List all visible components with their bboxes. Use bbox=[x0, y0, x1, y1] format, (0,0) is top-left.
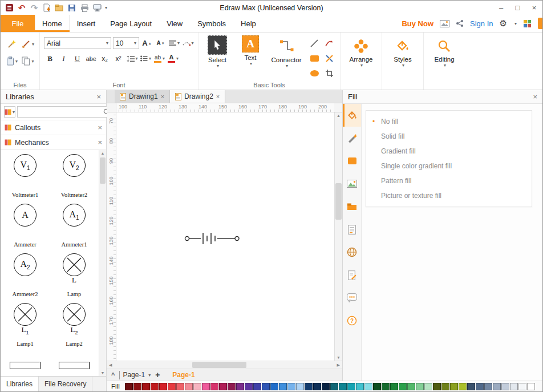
underline-button[interactable]: U bbox=[71, 52, 83, 64]
color-swatch[interactable] bbox=[313, 383, 321, 390]
tab-libraries[interactable]: Libraries bbox=[1, 377, 39, 391]
color-swatch[interactable] bbox=[441, 383, 449, 390]
superscript-button[interactable]: x² bbox=[112, 52, 124, 64]
image-icon[interactable] bbox=[343, 172, 361, 195]
close-button[interactable]: × bbox=[526, 1, 542, 15]
scroll-left-icon[interactable]: ◀ bbox=[109, 363, 112, 367]
scrollbar-thumb[interactable] bbox=[192, 362, 246, 368]
fill-option[interactable]: Gradient fill bbox=[366, 144, 532, 159]
styles-button[interactable]: Styles ▾ bbox=[386, 35, 419, 68]
color-swatch[interactable] bbox=[373, 383, 381, 390]
doc-tab-close-icon[interactable]: × bbox=[216, 94, 220, 100]
display-options-icon[interactable] bbox=[91, 2, 103, 13]
libraries-close-icon[interactable]: × bbox=[96, 93, 101, 100]
color-swatch[interactable] bbox=[459, 383, 467, 390]
color-swatch[interactable] bbox=[176, 383, 184, 390]
plugin-puzzle-icon[interactable] bbox=[523, 19, 532, 28]
color-swatch[interactable] bbox=[262, 383, 270, 390]
sign-in-link[interactable]: Sign In bbox=[470, 19, 493, 28]
tab-symbols[interactable]: Symbols bbox=[190, 15, 233, 32]
color-swatch[interactable] bbox=[219, 383, 227, 390]
paste-icon[interactable]: ▾ bbox=[6, 55, 18, 67]
library-symbol-shape[interactable] bbox=[50, 349, 99, 376]
color-swatch[interactable] bbox=[399, 383, 407, 390]
color-swatch[interactable] bbox=[125, 383, 133, 390]
color-swatch[interactable] bbox=[467, 383, 475, 390]
scrollbar-thumb[interactable] bbox=[100, 157, 106, 184]
color-swatch[interactable] bbox=[228, 383, 236, 390]
color-swatch[interactable] bbox=[330, 383, 338, 390]
crop-tool-icon[interactable] bbox=[322, 66, 336, 80]
section-close-icon[interactable]: × bbox=[98, 124, 102, 131]
document-icon[interactable] bbox=[343, 218, 361, 241]
section-close-icon[interactable]: × bbox=[98, 139, 102, 146]
scroll-up-icon[interactable]: ▲ bbox=[99, 151, 106, 155]
color-swatch[interactable] bbox=[202, 383, 210, 390]
color-swatch[interactable] bbox=[133, 383, 141, 390]
color-swatch[interactable] bbox=[339, 383, 347, 390]
save-icon[interactable] bbox=[66, 2, 78, 13]
color-swatch[interactable] bbox=[296, 383, 304, 390]
settings-gear-icon[interactable]: ⚙ bbox=[500, 18, 507, 29]
comment-icon[interactable] bbox=[343, 286, 361, 309]
text-align-icon[interactable]: ▾ bbox=[168, 37, 180, 49]
color-swatch[interactable] bbox=[518, 383, 526, 390]
color-swatch[interactable] bbox=[151, 383, 159, 390]
cross-tool-icon[interactable] bbox=[322, 51, 336, 65]
vertical-scrollbar[interactable]: ▲ ▼ bbox=[334, 112, 342, 361]
library-symbol-lamp2[interactable]: L2Lamp2 bbox=[50, 299, 99, 349]
line-spacing-icon[interactable]: ▾ bbox=[126, 52, 138, 64]
color-swatch[interactable] bbox=[424, 383, 432, 390]
color-swatch[interactable] bbox=[390, 383, 398, 390]
add-page-button[interactable]: + bbox=[155, 370, 160, 379]
print-icon[interactable] bbox=[79, 2, 90, 13]
color-swatch[interactable] bbox=[210, 383, 218, 390]
library-symbol-voltmeter2[interactable]: V2Voltmeter2 bbox=[50, 150, 99, 200]
arrange-button[interactable]: Arrange ▾ bbox=[345, 35, 378, 68]
color-swatch[interactable] bbox=[142, 383, 150, 390]
color-swatch[interactable] bbox=[305, 383, 313, 390]
library-symbol-shape[interactable] bbox=[1, 349, 50, 376]
page-edit-icon[interactable] bbox=[343, 264, 361, 286]
text-tool-button[interactable]: A Text ▾ bbox=[236, 35, 265, 66]
hyperlink-globe-icon[interactable] bbox=[343, 241, 361, 264]
color-swatch[interactable] bbox=[433, 383, 441, 390]
fill-panel-close-icon[interactable]: × bbox=[533, 93, 537, 100]
color-swatch[interactable] bbox=[159, 383, 167, 390]
help-icon[interactable]: ? bbox=[343, 309, 361, 332]
color-swatch[interactable] bbox=[193, 383, 201, 390]
color-swatch[interactable] bbox=[510, 383, 518, 390]
tab-insert[interactable]: Insert bbox=[70, 15, 103, 32]
library-symbol-voltmeter1[interactable]: V1Voltmeter1 bbox=[1, 150, 50, 200]
color-swatch[interactable] bbox=[364, 383, 372, 390]
color-swatch[interactable] bbox=[168, 383, 176, 390]
new-document-icon[interactable] bbox=[41, 2, 52, 13]
fill-option[interactable]: Solid fill bbox=[366, 129, 532, 144]
open-folder-icon[interactable] bbox=[54, 2, 65, 13]
scroll-right-icon[interactable]: ▶ bbox=[337, 363, 340, 367]
buy-now-link[interactable]: Buy Now bbox=[402, 19, 433, 28]
minimize-button[interactable]: – bbox=[493, 1, 509, 15]
share-icon[interactable] bbox=[456, 19, 464, 27]
bold-button[interactable]: B bbox=[44, 52, 56, 64]
color-swatch[interactable] bbox=[322, 383, 330, 390]
decrease-font-icon[interactable]: A▼ bbox=[155, 37, 167, 49]
line-format-icon[interactable] bbox=[343, 127, 361, 149]
tab-home[interactable]: Home bbox=[35, 15, 70, 32]
library-symbol-ammeter2[interactable]: A2Ammeter2 bbox=[1, 249, 50, 299]
fill-option[interactable]: Pattern fill bbox=[366, 173, 532, 188]
file-menu-button[interactable]: File bbox=[1, 15, 35, 32]
color-swatch[interactable] bbox=[347, 383, 355, 390]
color-swatch[interactable] bbox=[287, 383, 295, 390]
font-size-select[interactable]: 10 ▾ bbox=[113, 37, 139, 49]
fill-option[interactable]: Single color gradient fill bbox=[366, 159, 532, 173]
doc-tab-drawing2[interactable]: Drawing2 × bbox=[170, 90, 225, 103]
select-tool-button[interactable]: Select ▾ bbox=[202, 35, 232, 68]
library-symbol-lamp[interactable]: LLamp bbox=[50, 249, 99, 299]
library-section-mechanics[interactable]: Mechanics × bbox=[1, 135, 106, 150]
color-swatch[interactable] bbox=[416, 383, 424, 390]
drawing-canvas[interactable] bbox=[116, 112, 334, 361]
color-swatch[interactable] bbox=[382, 383, 390, 390]
scrollbar-thumb[interactable] bbox=[335, 183, 342, 220]
library-symbol-ammeter1[interactable]: A1Ammeter1 bbox=[50, 200, 99, 249]
